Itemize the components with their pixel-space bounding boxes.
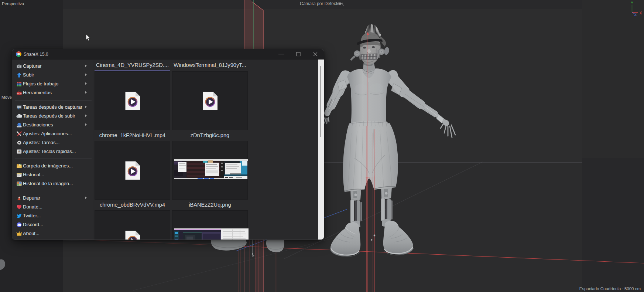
svg-text:A: A bbox=[18, 150, 20, 153]
